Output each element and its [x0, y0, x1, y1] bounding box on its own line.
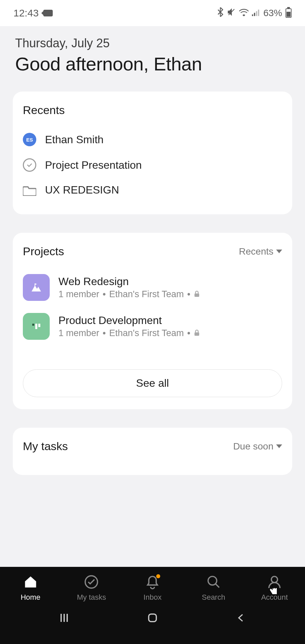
recent-label: UX REDESIGN — [45, 184, 119, 196]
sort-label: Due soon — [233, 441, 273, 452]
svg-point-11 — [208, 577, 217, 585]
mute-icon — [227, 8, 236, 19]
recent-item-folder[interactable]: UX REDESIGN — [23, 178, 282, 202]
svg-rect-0 — [252, 14, 253, 16]
project-item[interactable]: Product Development 1 member• Ethan's Fi… — [23, 307, 282, 346]
mytasks-title: My tasks — [23, 440, 68, 453]
project-item[interactable]: Web Redesign 1 member• Ethan's First Tea… — [23, 268, 282, 307]
system-nav — [0, 602, 305, 631]
projects-sort-button[interactable]: Recents — [239, 246, 282, 257]
greeting-text: Good afternoon, Ethan — [15, 53, 290, 75]
svg-rect-7 — [35, 324, 37, 329]
sys-back-button[interactable] — [232, 611, 249, 625]
svg-rect-5 — [194, 293, 199, 297]
recents-card: Recents ES Ethan Smith Project Presentat… — [13, 92, 292, 214]
recents-title: Recents — [23, 104, 282, 117]
sys-recent-button[interactable] — [56, 611, 73, 625]
signal-icon — [252, 8, 260, 18]
project-icon-board — [23, 313, 50, 340]
recent-item-task[interactable]: Project Presentation — [23, 152, 282, 178]
projects-card: Projects Recents Web Redesign 1 member• … — [13, 233, 292, 409]
notification-dot-icon — [156, 574, 160, 578]
chevron-down-icon — [276, 250, 282, 253]
battery-percent: 63% — [263, 8, 282, 18]
recording-icon — [43, 10, 53, 16]
project-name: Web Redesign — [58, 275, 200, 288]
project-icon-mountain — [23, 274, 50, 301]
bluetooth-icon — [217, 7, 224, 19]
recent-item-person[interactable]: ES Ethan Smith — [23, 127, 282, 152]
svg-rect-4 — [35, 283, 35, 286]
battery-icon — [286, 8, 292, 18]
nav-search[interactable]: Search — [183, 574, 244, 602]
status-icons: 63% — [217, 7, 292, 19]
svg-point-12 — [271, 577, 277, 583]
svg-rect-6 — [32, 324, 34, 326]
nav-label: Home — [20, 593, 40, 602]
task-check-icon — [23, 158, 36, 172]
project-meta: 1 member• Ethan's First Team• — [58, 328, 200, 338]
see-all-button[interactable]: See all — [23, 369, 282, 397]
sort-label: Recents — [239, 246, 273, 257]
nav-mytasks[interactable]: My tasks — [61, 574, 122, 602]
chevron-down-icon — [276, 444, 282, 448]
sys-home-button[interactable] — [144, 611, 161, 625]
projects-title: Projects — [23, 245, 64, 258]
nav-inbox[interactable]: Inbox — [122, 574, 183, 602]
project-name: Product Development — [58, 314, 200, 327]
status-time: 12:43 — [13, 7, 39, 19]
search-icon — [206, 574, 221, 590]
lock-icon — [194, 328, 200, 338]
home-icon — [23, 574, 38, 590]
mytasks-sort-button[interactable]: Due soon — [233, 441, 282, 452]
avatar: ES — [23, 133, 36, 146]
bell-icon — [145, 574, 160, 590]
svg-rect-8 — [38, 324, 40, 327]
svg-rect-2 — [256, 11, 257, 16]
check-circle-icon — [84, 574, 99, 590]
nav-label: Inbox — [143, 593, 162, 602]
page-header: Thursday, July 25 Good afternoon, Ethan — [0, 26, 305, 92]
svg-rect-13 — [149, 614, 157, 622]
cursor-pointer-icon — [268, 583, 279, 596]
project-meta: 1 member• Ethan's First Team• — [58, 289, 200, 300]
wifi-icon — [239, 8, 249, 18]
recent-label: Ethan Smith — [45, 133, 103, 146]
folder-icon — [23, 184, 36, 196]
recent-label: Project Presentation — [45, 159, 142, 171]
status-bar: 12:43 63% — [0, 0, 305, 26]
nav-account[interactable]: Account — [244, 574, 305, 602]
nav-label: Search — [202, 593, 225, 602]
svg-rect-1 — [254, 13, 255, 16]
bottom-nav: Home My tasks Inbox Search Account — [0, 567, 305, 644]
nav-label: My tasks — [77, 593, 106, 602]
nav-home[interactable]: Home — [0, 574, 61, 602]
date-text: Thursday, July 25 — [15, 36, 290, 50]
svg-rect-9 — [194, 332, 199, 336]
svg-rect-3 — [258, 10, 259, 16]
mytasks-card: My tasks Due soon — [13, 428, 292, 475]
lock-icon — [194, 289, 200, 300]
